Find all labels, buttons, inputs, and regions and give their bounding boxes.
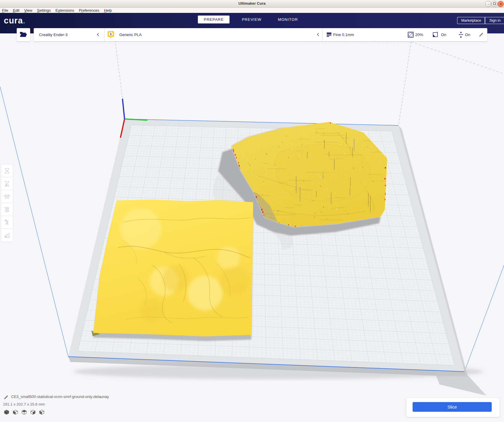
cura-window: { "window": { "title": "Ultimaker Cura" … bbox=[0, 0, 504, 422]
divider bbox=[104, 28, 105, 41]
model-dimensions-label: 191.1 x 202.7 x 25.6 mm bbox=[3, 402, 45, 406]
extruder-badge-icon[interactable]: 1 bbox=[107, 31, 114, 39]
tool-panel bbox=[1, 164, 13, 242]
menu-file[interactable]: File bbox=[2, 8, 8, 13]
slice-button[interactable]: Slice bbox=[413, 402, 492, 412]
maximize-button[interactable] bbox=[491, 1, 498, 7]
menu-settings[interactable]: Settings bbox=[37, 8, 51, 13]
support-blocker-icon bbox=[4, 232, 11, 239]
per-model-settings-icon bbox=[4, 219, 11, 226]
layer-profile-icon bbox=[326, 32, 332, 38]
tab-preview[interactable]: PREVIEW bbox=[238, 16, 265, 23]
menu-help[interactable]: Help bbox=[104, 8, 112, 13]
mirror-icon bbox=[4, 206, 11, 213]
viewport-3d[interactable] bbox=[0, 0, 504, 422]
camera-view-presets bbox=[4, 410, 44, 415]
material-selector[interactable]: Generic PLA bbox=[119, 28, 142, 41]
tab-prepare[interactable]: PREPARE bbox=[198, 16, 229, 23]
menu-bar: File Edit View Settings Extensions Prefe… bbox=[0, 8, 504, 13]
close-button[interactable]: ✕ bbox=[498, 1, 504, 7]
profile-setting[interactable]: Fine 0.1mm bbox=[333, 28, 354, 41]
chevron-left-icon[interactable] bbox=[316, 32, 321, 37]
scale-tool-button[interactable] bbox=[1, 177, 13, 190]
view-front-icon[interactable] bbox=[13, 410, 18, 415]
sign-in-button[interactable]: Sign in bbox=[485, 17, 504, 24]
menu-preferences[interactable]: Preferences bbox=[79, 8, 99, 13]
view-left-icon[interactable] bbox=[30, 410, 35, 415]
view-3d-icon[interactable] bbox=[4, 410, 9, 415]
mirror-tool-button[interactable] bbox=[1, 203, 13, 216]
infill-icon bbox=[408, 32, 414, 38]
printer-selector[interactable]: Creality Ender-3 bbox=[39, 28, 68, 41]
move-icon bbox=[4, 167, 11, 174]
window-title: Ultimaker Cura bbox=[0, 1, 504, 6]
view-top-icon[interactable] bbox=[22, 410, 27, 415]
divider bbox=[322, 28, 323, 41]
svg-text:1: 1 bbox=[110, 32, 112, 36]
rename-pencil-icon[interactable] bbox=[4, 395, 8, 400]
infill-setting[interactable]: 20% bbox=[415, 28, 423, 41]
model-smooth-terrain[interactable] bbox=[91, 200, 253, 341]
tab-monitor[interactable]: MONITOR bbox=[274, 16, 302, 23]
minimize-button[interactable]: – bbox=[485, 1, 491, 7]
cura-logo: cura. bbox=[4, 16, 25, 25]
maximize-icon bbox=[493, 2, 496, 5]
slice-panel: Slice bbox=[406, 398, 500, 417]
menu-view[interactable]: View bbox=[24, 8, 32, 13]
rotate-tool-button[interactable] bbox=[1, 190, 13, 203]
menu-extensions[interactable]: Extensions bbox=[55, 8, 74, 13]
adhesion-setting[interactable]: On bbox=[465, 28, 470, 41]
stage-tabs: PREPARE PREVIEW MONITOR bbox=[198, 16, 302, 23]
configuration-bar: Creality Ender-3 1 Generic PLA Fine 0.1m… bbox=[34, 28, 487, 41]
view-right-icon[interactable] bbox=[39, 410, 44, 415]
open-folder-icon bbox=[20, 31, 27, 38]
support-blocker-button[interactable] bbox=[1, 229, 13, 242]
move-tool-button[interactable] bbox=[1, 164, 13, 177]
support-setting[interactable]: On bbox=[441, 28, 446, 41]
per-model-settings-button[interactable] bbox=[1, 216, 13, 229]
rotate-icon bbox=[4, 193, 11, 200]
open-file-button[interactable] bbox=[17, 28, 30, 41]
support-icon bbox=[432, 32, 438, 38]
marketplace-button[interactable]: Marketplace bbox=[457, 17, 485, 24]
edit-pencil-icon[interactable] bbox=[479, 32, 484, 37]
scale-icon bbox=[4, 180, 11, 187]
adhesion-icon bbox=[458, 32, 464, 38]
chevron-left-icon[interactable] bbox=[96, 32, 101, 37]
model-name-label: CE3_small500-statistical-vcnn-smrf-groun… bbox=[11, 394, 109, 399]
menu-edit[interactable]: Edit bbox=[13, 8, 19, 13]
title-bar: Ultimaker Cura – ✕ bbox=[0, 0, 504, 8]
